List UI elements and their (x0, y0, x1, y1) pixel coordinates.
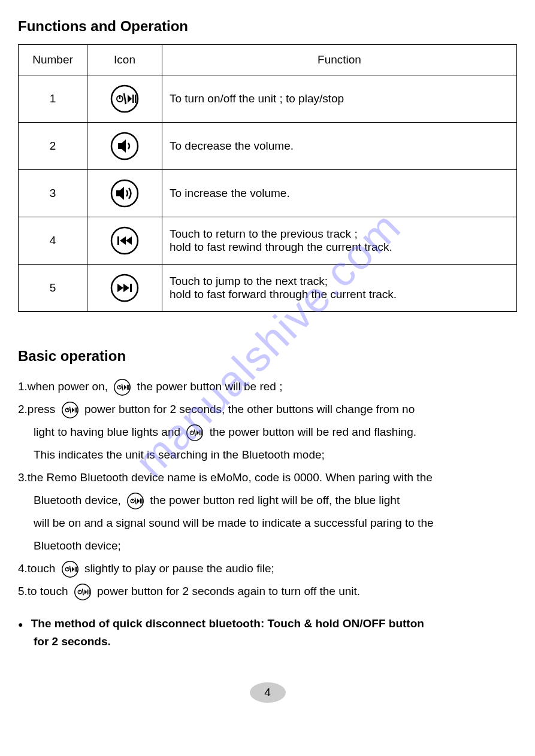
bullet-item: The method of quick disconnect bluetooth… (18, 615, 517, 651)
row-function: To increase the volume. (162, 170, 517, 217)
basic-operation-list: 1.when power on, the power button will b… (18, 375, 517, 651)
power-play-icon (61, 401, 79, 419)
volume-up-icon (110, 178, 140, 208)
row-icon-cell (87, 123, 162, 170)
op-text: Bluetooth device, (34, 494, 121, 506)
svg-line-3 (124, 93, 126, 104)
row-function: To turn on/off the unit ; to play/stop (162, 75, 517, 123)
row-number: 2 (19, 123, 87, 170)
svg-rect-24 (127, 385, 128, 390)
op-text: light to having blue lights and (34, 426, 180, 438)
functions-table: Number Icon Function 1 To turn on/off th… (18, 44, 517, 312)
svg-marker-8 (118, 139, 126, 153)
svg-marker-4 (128, 95, 132, 103)
svg-rect-46 (141, 499, 143, 503)
svg-marker-14 (126, 236, 132, 245)
row-number: 4 (19, 217, 87, 265)
svg-rect-32 (76, 408, 77, 412)
svg-marker-23 (124, 385, 126, 390)
op-text: 2.press (18, 403, 55, 415)
svg-marker-17 (123, 284, 129, 292)
svg-line-36 (195, 430, 196, 436)
row-function: To decrease the volume. (162, 123, 517, 170)
op-text: power button for 2 seconds again to turn… (97, 585, 360, 597)
svg-marker-30 (72, 408, 74, 412)
power-play-icon (113, 378, 131, 396)
svg-rect-38 (200, 430, 201, 435)
op-text: 3.the Remo Bluetooth device name is eMoM… (18, 471, 433, 484)
prev-track-icon (110, 226, 140, 256)
svg-line-43 (135, 498, 136, 505)
svg-rect-52 (74, 567, 75, 572)
row-function: Touch to return to the previous track ; … (162, 217, 517, 265)
row-function: Touch to jump to the next track; hold to… (162, 265, 517, 312)
row-number: 3 (19, 170, 87, 217)
power-play-icon (74, 583, 92, 601)
table-row: 3 To increase the volume. (19, 170, 517, 217)
svg-point-9 (111, 180, 138, 207)
table-header-function: Function (162, 45, 517, 75)
svg-rect-6 (135, 95, 137, 103)
op-text: Bluetooth device; (18, 535, 517, 557)
row-icon-cell (87, 265, 162, 312)
row-icon-cell (87, 75, 162, 123)
section-title-basic: Basic operation (18, 348, 517, 365)
op-text: the power button red light will be off, … (150, 494, 400, 506)
svg-marker-13 (120, 236, 126, 245)
svg-marker-44 (137, 499, 140, 503)
svg-marker-10 (116, 187, 124, 200)
svg-rect-31 (74, 408, 75, 412)
svg-rect-18 (130, 284, 132, 292)
table-row: 5 Touch to jump to the next track; hold … (19, 265, 517, 312)
svg-line-29 (69, 407, 71, 414)
svg-rect-45 (140, 499, 141, 503)
power-play-icon (126, 492, 144, 510)
svg-marker-51 (72, 567, 74, 572)
bullet-text: The method of quick disconnect bluetooth… (31, 617, 424, 630)
svg-rect-39 (201, 430, 202, 435)
svg-rect-53 (76, 567, 77, 572)
svg-line-57 (82, 589, 83, 596)
row-icon-cell (87, 217, 162, 265)
page-number: 4 (250, 682, 286, 703)
svg-marker-58 (84, 590, 87, 594)
row-icon-cell (87, 170, 162, 217)
svg-marker-16 (117, 284, 123, 292)
table-row: 4 Touch to return to the previous track … (19, 217, 517, 265)
op-text: This indicates the unit is searching in … (18, 444, 517, 466)
power-play-icon (186, 424, 204, 442)
svg-line-50 (69, 566, 71, 573)
svg-marker-37 (197, 430, 199, 435)
table-header-icon: Icon (87, 45, 162, 75)
section-title-functions: Functions and Operation (18, 18, 517, 35)
volume-down-icon (110, 131, 140, 161)
svg-rect-59 (87, 590, 89, 594)
table-header-number: Number (19, 45, 87, 75)
svg-rect-12 (117, 236, 119, 245)
op-text: 1.when power on, (18, 380, 108, 393)
op-text: power button for 2 seconds, the other bu… (84, 403, 415, 415)
next-track-icon (110, 273, 140, 303)
row-number: 5 (19, 265, 87, 312)
op-text: 5.to touch (18, 585, 68, 597)
svg-rect-5 (132, 95, 134, 103)
power-play-icon (61, 560, 79, 578)
table-row: 2 To decrease the volume. (19, 123, 517, 170)
op-text: 4.touch (18, 562, 55, 575)
svg-rect-60 (89, 590, 90, 594)
table-row: 1 To turn on/off the unit ; to play/stop (19, 75, 517, 123)
power-play-icon (110, 84, 140, 114)
svg-rect-25 (128, 385, 129, 390)
svg-line-22 (122, 384, 123, 391)
op-text: the power button will be red ; (137, 380, 283, 393)
op-text: will be on and a signal sound will be ma… (18, 512, 517, 535)
op-text: slightly to play or pause the audio file… (84, 562, 274, 575)
row-number: 1 (19, 75, 87, 123)
bullet-text-cont: for 2 seconds. (18, 633, 517, 651)
op-text: the power button will be red and flashin… (210, 426, 416, 438)
